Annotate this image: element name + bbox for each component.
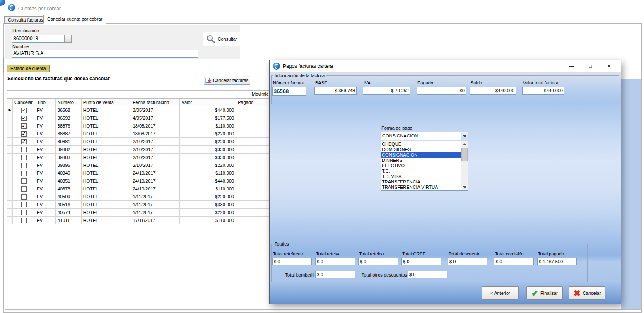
cancelar-cell[interactable] bbox=[13, 185, 35, 193]
checkbox-checked-icon[interactable]: ✓ bbox=[21, 123, 27, 129]
cancelar-cell[interactable] bbox=[13, 209, 35, 217]
tab-estado-de-cuenta[interactable]: Estado de cuenta bbox=[7, 65, 50, 72]
checkbox-unchecked-icon[interactable] bbox=[21, 163, 27, 168]
info-value-valor-total-factura[interactable]: $440.000 bbox=[522, 87, 564, 95]
column-header-numero[interactable]: Número bbox=[56, 99, 82, 106]
info-value-iva[interactable]: $ 70.252 bbox=[363, 87, 410, 95]
column-header-cancelar[interactable]: Cancelar bbox=[13, 99, 35, 106]
tab-consulta-facturas[interactable]: Consulta facturas bbox=[4, 16, 47, 24]
checkbox-unchecked-icon[interactable] bbox=[21, 218, 27, 223]
dialog-titlebar[interactable]: Pagos facturas cartera — □ ✕ bbox=[270, 60, 621, 72]
consultar-button[interactable]: Consultar bbox=[203, 32, 240, 46]
invoice-row-36593[interactable]: ✓FV36593HOTEL4/05/2017$177.500 bbox=[7, 114, 269, 122]
cancelar-cell[interactable]: ✓ bbox=[13, 138, 35, 146]
option-dinners[interactable]: DINNERS bbox=[381, 158, 461, 163]
info-value-numero-factura[interactable]: 36568 bbox=[272, 87, 306, 96]
cancelar-cell[interactable] bbox=[13, 154, 35, 161]
total-value-total-reteica[interactable]: $ 0 bbox=[358, 258, 398, 265]
invoice-row-38876[interactable]: ✓FV38876HOTEL18/08/2017$110.000 bbox=[7, 122, 269, 130]
total-value-total-retefuente[interactable]: $ 0 bbox=[272, 258, 312, 265]
checkbox-unchecked-icon[interactable] bbox=[21, 194, 27, 200]
invoice-row-40516[interactable]: FV40516HOTEL1/11/2017$330.000 bbox=[7, 201, 269, 209]
combobox-arrow-button[interactable] bbox=[461, 132, 468, 140]
forma-pago-combobox[interactable]: CONSIGNACION bbox=[381, 132, 468, 140]
column-header-pagado[interactable]: Pagado bbox=[236, 99, 269, 106]
option-transferencia[interactable]: TRANSFERENCIA bbox=[381, 179, 461, 185]
checkbox-checked-icon[interactable]: ✓ bbox=[21, 116, 27, 121]
column-header-punto-de-venta[interactable]: Punto de venta bbox=[82, 99, 131, 106]
info-value-pagado[interactable]: $0 bbox=[417, 87, 466, 95]
browse-button[interactable]: ... bbox=[64, 35, 72, 43]
checkbox-unchecked-icon[interactable] bbox=[21, 155, 27, 160]
checkbox-unchecked-icon[interactable] bbox=[21, 186, 27, 192]
info-value-saldo[interactable]: $440.000 bbox=[470, 87, 516, 95]
cancelar-dialog-button[interactable]: ✖ Cancelar bbox=[569, 286, 605, 300]
checkbox-unchecked-icon[interactable] bbox=[21, 178, 27, 184]
checkbox-unchecked-icon[interactable] bbox=[21, 202, 27, 207]
nombre-input[interactable]: AVIATUR S.A bbox=[12, 50, 198, 58]
invoice-row-39881[interactable]: ✓FV39881HOTEL2/10/2017$220.000 bbox=[7, 138, 269, 146]
total-value-total-otros-descuentos[interactable]: $ 0 bbox=[408, 271, 447, 278]
scroll-down-button[interactable] bbox=[461, 184, 468, 190]
option-transferencia-virtua[interactable]: TRANSFERENCIA VIRTUA bbox=[381, 185, 461, 190]
cancelar-cell[interactable]: ✓ bbox=[13, 122, 35, 130]
totales-legend: Totales bbox=[273, 241, 290, 246]
cancelar-cell[interactable] bbox=[13, 146, 35, 154]
listbox-scrollbar[interactable] bbox=[461, 141, 468, 190]
invoice-row-40373[interactable]: FV40373HOTEL24/10/2017$110.000 bbox=[7, 185, 269, 193]
invoice-row-36568[interactable]: ▶✓FV36568HOTEL3/05/2017$440.000 bbox=[7, 106, 269, 114]
close-button[interactable]: ✕ bbox=[600, 60, 618, 72]
cell-pagado bbox=[236, 201, 269, 209]
option-comisiones[interactable]: COMISIONES bbox=[381, 147, 461, 152]
column-header-valor[interactable]: Valor bbox=[180, 99, 236, 106]
cancelar-cell[interactable]: ✓ bbox=[13, 114, 35, 122]
info-value-base[interactable]: $ 369.748 bbox=[314, 87, 357, 95]
cancelar-cell[interactable] bbox=[13, 161, 35, 169]
invoice-row-41011[interactable]: FV41011HOTEL17/11/2017$110.000 bbox=[7, 217, 269, 224]
total-value-total-bomberil[interactable]: $ 0 bbox=[315, 271, 355, 278]
checkbox-unchecked-icon[interactable] bbox=[21, 147, 27, 152]
minimize-button[interactable]: — bbox=[562, 60, 581, 72]
finalizar-button[interactable]: ✔ Finalizar bbox=[526, 286, 563, 300]
cancelar-cell[interactable]: ✓ bbox=[13, 106, 35, 114]
option-t-c[interactable]: T.C. bbox=[381, 169, 461, 174]
invoice-row-40349[interactable]: FV40349HOTEL24/10/2017$110.000 bbox=[7, 169, 269, 177]
scroll-up-button[interactable] bbox=[461, 141, 468, 147]
checkbox-checked-icon[interactable]: ✓ bbox=[21, 139, 27, 144]
cancelar-cell[interactable]: ✓ bbox=[13, 130, 35, 138]
option-cheque[interactable]: CHEQUE bbox=[381, 142, 461, 147]
total-value-total-descuento[interactable]: $ 0 bbox=[448, 258, 487, 265]
invoice-row-39882[interactable]: FV39882HOTEL2/10/2017$330.000 bbox=[7, 146, 269, 154]
invoice-row-39895[interactable]: FV39895HOTEL2/10/2017$220.000 bbox=[7, 161, 269, 169]
invoice-row-40574[interactable]: FV40574HOTEL1/11/2017$220.000 bbox=[7, 209, 269, 217]
cancelar-cell[interactable] bbox=[13, 193, 35, 201]
scrollbar-thumb[interactable] bbox=[461, 148, 468, 161]
total-value-total-cree[interactable]: $ 0 bbox=[401, 258, 441, 265]
cancelar-facturas-button[interactable]: Cancelar facturas bbox=[204, 76, 250, 85]
total-value-total-reteiva[interactable]: $ 0 bbox=[315, 258, 355, 265]
collapsed-side-tab[interactable] bbox=[0, 58, 4, 72]
invoice-row-39883[interactable]: FV39883HOTEL2/10/2017$330.000 bbox=[7, 154, 269, 161]
option-t-d-visa[interactable]: T.D. VISA bbox=[381, 174, 461, 179]
column-header-fecha-facturacion[interactable]: Fecha facturación bbox=[131, 99, 180, 106]
cancelar-cell[interactable] bbox=[13, 169, 35, 177]
anterior-button[interactable]: < Anterior bbox=[482, 286, 519, 300]
option-consignacion[interactable]: CONSIGNACION bbox=[381, 152, 461, 158]
invoice-row-40509[interactable]: FV40509HOTEL1/11/2017$220.000 bbox=[7, 193, 269, 201]
checkbox-checked-icon[interactable]: ✓ bbox=[21, 131, 27, 137]
cancelar-cell[interactable] bbox=[13, 201, 35, 209]
invoice-row-40351[interactable]: FV40351HOTEL24/10/2017$440.000 bbox=[7, 177, 269, 185]
total-value-total-pagado[interactable]: $ 1.167.500 bbox=[537, 258, 577, 265]
total-value-total-comision[interactable]: $ 0 bbox=[494, 258, 534, 265]
cancelar-cell[interactable] bbox=[13, 177, 35, 185]
checkbox-unchecked-icon[interactable] bbox=[21, 171, 27, 176]
maximize-button[interactable]: □ bbox=[581, 60, 600, 72]
identificacion-input[interactable]: 860000018 bbox=[12, 35, 64, 43]
invoice-row-38887[interactable]: ✓FV38887HOTEL18/08/2017$220.000 bbox=[7, 130, 269, 138]
checkbox-unchecked-icon[interactable] bbox=[21, 210, 27, 215]
option-efectivo[interactable]: EFECTIVO bbox=[381, 163, 461, 169]
column-header-tipo[interactable]: Tipo bbox=[35, 99, 56, 106]
checkbox-checked-icon[interactable]: ✓ bbox=[21, 108, 27, 113]
tab-cancelar-cuenta-por-cobrar[interactable]: Cancelar cuenta por cobrar bbox=[43, 15, 106, 24]
cancelar-cell[interactable] bbox=[13, 217, 35, 224]
